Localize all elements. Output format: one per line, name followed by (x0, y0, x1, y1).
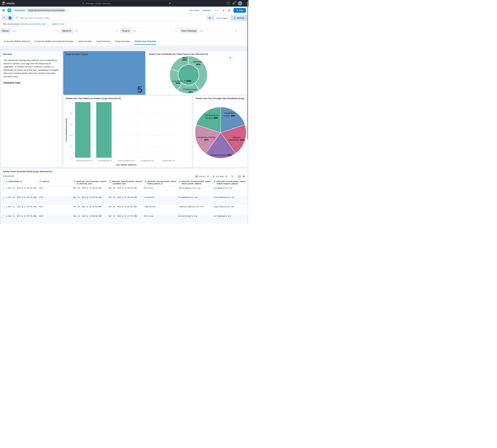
row-checkbox[interactable] (3, 215, 5, 218)
brand-name: elastic (7, 2, 15, 5)
cell-recipient: support@testsite.net (213, 205, 248, 214)
svg-text:fraud@fakesite.com: fraud@fakesite.com (141, 160, 154, 161)
columns-button[interactable]: Columns 7 (195, 175, 209, 177)
query-bar: + Last 15 ye (0, 15, 248, 21)
column-header-recipient-address[interactable]: k abnormal_security.vendor_case.timeline… (213, 179, 248, 186)
svg-text:Phishing Attempt20%: Phishing Attempt20% (211, 154, 232, 156)
column-header-sender-address[interactable]: k abnormal_security.vendor_case.timeline… (178, 179, 213, 186)
cell-timestamp: Dec 31, 2025 @ 12:03:59.300 (8, 214, 39, 224)
svg-text:Invoice20%: Invoice20% (223, 114, 235, 117)
cell-event-id: 1121 (39, 196, 73, 205)
tab-ai-security-mailbox-not-analyzed[interactable]: AI Security Mailbox Not Analyzed Overvie… (35, 40, 73, 45)
cell-last-modified: Mar 25, 2025 @ 15:30:00.000 (109, 196, 144, 205)
edit-button[interactable]: ✎ Edit (233, 8, 246, 13)
sort-descending-icon[interactable]: ↓ (36, 180, 38, 183)
cell-timestamp: Dec 31, 2025 @ 12:03:57.320 (8, 224, 39, 224)
tab-vendor-case-overview[interactable]: Vendor Case Overview (134, 40, 156, 45)
row-checkbox[interactable] (3, 197, 5, 199)
menu-icon[interactable] (2, 9, 5, 12)
select-all-checkbox[interactable] (3, 180, 5, 183)
row-checkbox[interactable] (3, 206, 5, 208)
control-event-timestamp[interactable]: Event Timestamp Any (180, 28, 238, 33)
help-icon[interactable]: ? (227, 2, 230, 5)
cell-marked-as: Suspicious (144, 224, 178, 224)
control-marked-as[interactable]: Marked As Any (61, 28, 119, 33)
table-row: Dec 31, 2025 @ 12:03:59.300 5678 Mar 15,… (1, 214, 248, 224)
table-search-button[interactable] (231, 175, 233, 177)
avatar[interactable]: E (238, 1, 242, 5)
expand-row-icon[interactable] (6, 206, 8, 208)
calendar-menu-button[interactable] (207, 15, 215, 21)
close-icon[interactable]: × (66, 23, 67, 25)
tab-audit-overview[interactable]: Audit Overview (78, 40, 92, 45)
cell-event-id: 3141 (39, 186, 73, 196)
table-row: Dec 31, 2025 @ 12:03:57.320 1234 Mar 1, … (1, 224, 248, 224)
expand-row-icon[interactable] (6, 197, 8, 199)
panel-title: Vendor Cases Essential Details [Logs Abn… (1, 169, 248, 173)
refresh-button[interactable]: Refresh (231, 15, 248, 21)
download-icon[interactable] (222, 9, 225, 12)
keyboard-icon (238, 176, 241, 177)
newsfeed-icon[interactable] (232, 2, 235, 5)
total-vendor-cases-panel[interactable]: Total Vendor Cases 5 (63, 51, 145, 95)
filter-pill-event-id[interactable]: event.id: exists × (51, 22, 68, 26)
expand-row-icon[interactable] (6, 215, 8, 217)
close-icon[interactable]: × (47, 23, 48, 25)
chevron-down-icon (56, 28, 59, 33)
breadcrumb-dashboards[interactable]: Dashboards (13, 8, 27, 12)
breadcrumb-current[interactable]: [Logs Abnormal AI] Vendor Case Overview (27, 8, 66, 12)
bar-malware-bogussite[interactable] (75, 102, 91, 158)
global-search[interactable]: ⌘/ (80, 1, 172, 6)
integration-page-link[interactable]: Integration Page (3, 81, 20, 84)
bar-phisher-sample[interactable] (96, 102, 112, 158)
global-search-input[interactable] (85, 2, 168, 4)
panel-title: Overview (1, 51, 62, 55)
column-header-marked-as[interactable]: k abnormal_security.vendor_case.timeline… (144, 179, 178, 186)
share-icon[interactable] (228, 9, 230, 12)
svg-text:0.2: 0.2 (70, 145, 72, 147)
overview-text: This dashboard displays key statistics a… (1, 55, 62, 78)
calendar-icon (209, 17, 211, 19)
info-icon[interactable] (6, 180, 8, 183)
full-screen-button[interactable]: Full screen (189, 9, 199, 12)
column-header-event-id[interactable]: k event.id (39, 179, 73, 186)
kql-search[interactable] (14, 15, 205, 21)
plus-icon: + (8, 16, 12, 19)
control-domain[interactable]: Domain Any (0, 28, 59, 33)
column-header-last-modified[interactable]: abnormal_security.vendor_case.last_modif… (109, 179, 144, 186)
tab-ai-security-mailbox-overview[interactable]: AI Security Mailbox Overview (4, 40, 30, 45)
dashboard-app-badge[interactable]: D (7, 8, 11, 12)
time-range-value[interactable]: Last 15 years (215, 15, 229, 21)
filter-pill-dataset[interactable]: data_stream.dataset: abnormal_security.v… (1, 22, 50, 26)
cell-sender: compromised@testsite.net (178, 205, 213, 214)
page-scrollbar[interactable] (247, 1, 248, 139)
add-filter-button[interactable]: + (7, 15, 13, 21)
cell-timestamp: Dec 31, 2025 @ 12:03:59.300 (8, 205, 39, 214)
dashboard-tabs: AI Security Mailbox Overview AI Security… (4, 38, 156, 45)
display-options-button[interactable] (242, 175, 246, 178)
svg-text:0.4: 0.4 (70, 134, 72, 136)
column-header-first-observed[interactable]: abnormal_security.vendor_case.first_obse… (73, 179, 109, 186)
keyboard-shortcuts-button[interactable] (237, 175, 242, 178)
sort-fields-button[interactable]: Sort fields 1 (213, 175, 227, 177)
cell-sender: malware@bogussite.org (178, 186, 213, 196)
elastic-logo[interactable]: elastic (2, 1, 15, 5)
tab-threat-overview[interactable]: Threat Overview (115, 40, 130, 45)
expand-row-icon[interactable] (6, 187, 8, 189)
row-checkbox[interactable] (3, 187, 5, 190)
duplicate-button[interactable]: Duplicate (202, 9, 211, 12)
reset-button[interactable]: Reset (214, 9, 219, 12)
insight-type-pie-panel: Vendor Case Top 10 Insight Type Breakdow… (193, 95, 248, 167)
kibana-dashboard-app: elastic ⌘/ ? E D (0, 0, 248, 224)
chevron-down-icon (175, 28, 178, 33)
columns-count-badge: 7 (207, 175, 209, 177)
tab-case-overview[interactable]: Case Overview (96, 40, 110, 45)
column-header-timestamp[interactable]: @timestamp ↓ (8, 179, 39, 186)
breadcrumb: Dashboards [Logs Abnormal AI] Vendor Cas… (13, 8, 66, 12)
filter-menu-button[interactable] (1, 15, 7, 21)
saved-check-icon: ✓ (68, 9, 69, 12)
cell-first-observed: Mar 25, 2025 @ 13:30:00.000 (73, 196, 109, 205)
kql-input[interactable] (20, 17, 203, 19)
control-threat-id[interactable]: Threat Id Any (120, 28, 178, 33)
metric-title: Total Vendor Cases (63, 51, 145, 56)
